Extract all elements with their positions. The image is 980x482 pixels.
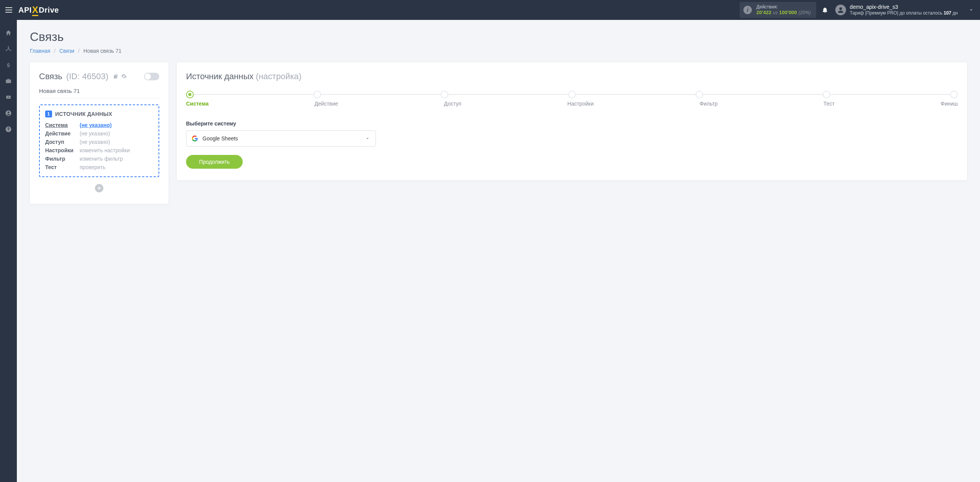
step-dot-settings[interactable]	[568, 91, 576, 98]
actions-label: Действия:	[756, 4, 811, 10]
svg-point-1	[8, 46, 9, 47]
logo-x: X	[32, 5, 39, 15]
page-title: Связь	[30, 30, 967, 44]
row-action-label[interactable]: Действие	[45, 130, 80, 137]
actions-used: 20'422	[756, 10, 771, 16]
chevron-down-icon	[365, 136, 370, 141]
svg-point-0	[840, 7, 842, 10]
row-access-label[interactable]: Доступ	[45, 139, 80, 145]
gear-icon[interactable]	[121, 73, 127, 79]
notifications-icon[interactable]	[822, 7, 828, 13]
user-menu[interactable]: demo_apix-drive_s3 Тариф |Премиум PRO| д…	[835, 4, 958, 16]
actions-quota-box[interactable]: i Действия: 20'422 из 100'000 (20%)	[740, 2, 816, 18]
breadcrumb-current: Новая связь 71	[83, 48, 121, 54]
step-dot-action[interactable]	[314, 91, 321, 98]
step-dot-test[interactable]	[823, 91, 830, 98]
nav-briefcase[interactable]	[0, 73, 17, 89]
system-select[interactable]: Google Sheets	[186, 130, 376, 147]
brand-logo[interactable]: API X Drive	[18, 5, 59, 15]
row-system-label[interactable]: Система	[45, 122, 80, 128]
source-block-title: ИСТОЧНИК ДАННЫХ	[55, 111, 112, 117]
row-access-value[interactable]: (не указано)	[80, 139, 153, 145]
connection-toggle[interactable]	[144, 73, 159, 80]
logo-api: API	[18, 6, 32, 15]
config-card: Источник данных (настройка)	[177, 62, 967, 180]
step-dot-system[interactable]	[186, 91, 194, 98]
source-block: 1 ИСТОЧНИК ДАННЫХ Система (не указано) Д…	[39, 104, 159, 177]
nav-video[interactable]	[0, 90, 17, 105]
step-label-test: Тест	[823, 101, 835, 107]
step-label-system: Система	[186, 101, 209, 107]
copy-icon[interactable]	[113, 73, 119, 79]
stepper: Система Действие Доступ Настройки Фильтр…	[186, 91, 958, 107]
add-block-button[interactable]: +	[95, 184, 103, 192]
breadcrumb-links[interactable]: Связи	[59, 48, 74, 54]
step-label-filter: Фильтр	[699, 101, 717, 107]
connection-name: Новая связь 71	[39, 88, 159, 94]
chevron-down-icon[interactable]	[969, 7, 974, 13]
connection-summary-card: Связь (ID: 46503) Новая связь 71	[30, 62, 168, 204]
row-action-value[interactable]: (не указано)	[80, 130, 153, 137]
nav-account[interactable]	[0, 106, 17, 121]
actions-percent: (20%)	[799, 10, 811, 15]
row-settings-value[interactable]: изменить настройки	[80, 147, 153, 153]
svg-point-3	[10, 50, 11, 51]
logo-drive: Drive	[39, 6, 59, 15]
step-dot-filter[interactable]	[696, 91, 703, 98]
user-tariff: Тариф |Премиум PRO| до оплаты осталось 1…	[850, 10, 958, 16]
svg-point-6	[8, 112, 10, 114]
step-label-finish: Финиш	[941, 101, 958, 107]
breadcrumb: Главная / Связи / Новая связь 71	[30, 48, 967, 54]
actions-of: из	[773, 10, 777, 15]
step-dot-finish[interactable]	[950, 91, 958, 98]
row-filter-value[interactable]: изменить фильтр	[80, 156, 153, 162]
row-filter-label[interactable]: Фильтр	[45, 156, 80, 162]
nav-billing[interactable]	[0, 57, 17, 73]
row-test-value[interactable]: проверить	[80, 164, 153, 170]
nav-help[interactable]	[0, 122, 17, 137]
step-label-access: Доступ	[444, 101, 462, 107]
breadcrumb-home[interactable]: Главная	[30, 48, 50, 54]
system-select-value: Google Sheets	[203, 135, 238, 142]
connection-id: (ID: 46503)	[66, 72, 108, 81]
row-test-label[interactable]: Тест	[45, 164, 80, 170]
connection-title: Связь (ID: 46503)	[39, 72, 127, 81]
continue-button[interactable]: Продолжить	[186, 155, 243, 169]
config-title: Источник данных	[186, 72, 253, 81]
user-name: demo_apix-drive_s3	[850, 4, 958, 11]
nav-home[interactable]	[0, 25, 17, 41]
nav-connections[interactable]	[0, 41, 17, 57]
config-subtitle: (настройка)	[256, 72, 301, 81]
step-label-settings: Настройки	[567, 101, 594, 107]
step-label-action: Действие	[315, 101, 338, 107]
page-body: Связь Главная / Связи / Новая связь 71 С…	[17, 20, 980, 214]
info-icon: i	[743, 6, 752, 14]
sidebar	[0, 20, 17, 214]
svg-point-2	[6, 50, 7, 51]
step-dot-access[interactable]	[441, 91, 448, 98]
actions-total: 100'000	[779, 10, 797, 16]
row-settings-label[interactable]: Настройки	[45, 147, 80, 153]
row-system-value[interactable]: (не указано)	[80, 122, 153, 128]
menu-toggle-button[interactable]	[5, 7, 12, 13]
avatar-icon	[835, 5, 846, 15]
source-block-number: 1	[45, 111, 52, 117]
system-select-label: Выберите систему	[186, 120, 958, 127]
google-icon	[192, 135, 198, 142]
topbar: API X Drive i Действия: 20'422 из 100'00…	[0, 0, 980, 20]
